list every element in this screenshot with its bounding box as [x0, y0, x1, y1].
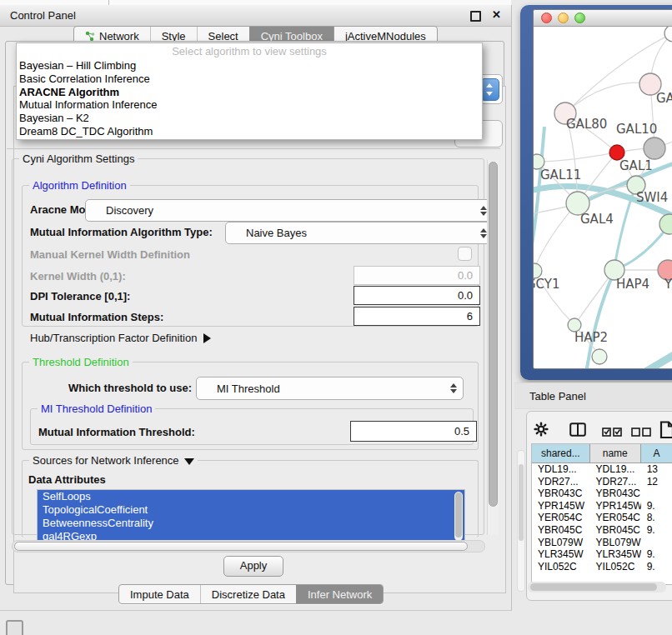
which-threshold-combo[interactable]: MI Threshold	[196, 377, 464, 400]
column-header-3[interactable]: A	[641, 444, 672, 462]
float-window-icon[interactable]	[470, 11, 481, 22]
column-header-2[interactable]: name	[590, 444, 641, 462]
algorithm-option[interactable]: Dream8 DC_TDC Algorithm	[17, 125, 482, 138]
table-cell: YER054C	[590, 512, 641, 524]
combo-value: MI Threshold	[217, 382, 280, 395]
algorithm-option[interactable]: Bayesian – Hill Climbing	[17, 59, 482, 72]
close-traffic-light-icon[interactable]	[541, 12, 552, 23]
table-cell: YBL079W	[590, 537, 641, 549]
scrollbar-thumb[interactable]	[519, 464, 524, 541]
network-edge	[565, 82, 650, 113]
table-row[interactable]: YDL19...YDL19...13	[532, 463, 672, 476]
hub-section-toggle[interactable]: Hub/Transcription Factor Definition	[30, 332, 211, 344]
table-row[interactable]: YLR345WYLR345W9.	[532, 548, 672, 561]
combo-spinner-focused[interactable]	[480, 78, 499, 101]
data-attributes-label: Data Attributes	[28, 473, 106, 486]
algorithm-option[interactable]: ARACNE Algorithm	[17, 86, 482, 99]
apply-button[interactable]: Apply	[223, 556, 283, 577]
tab-infer-network[interactable]: Infer Network	[296, 585, 383, 603]
tab-impute-data[interactable]: Impute Data	[119, 585, 200, 603]
table-cell: YBR045C	[532, 524, 590, 537]
mi-threshold-field[interactable]: 0.5	[350, 421, 477, 442]
scrollbar-thumb[interactable]	[455, 492, 462, 538]
network-node[interactable]	[592, 349, 607, 364]
stepper-arrows-icon[interactable]	[450, 383, 457, 393]
data-attribute-item[interactable]: BetweennessCentrality	[38, 517, 464, 530]
algorithm-option[interactable]: Basic Correlation Inference	[17, 72, 482, 86]
data-attribute-item[interactable]: TopologicalCoefficient	[38, 503, 464, 517]
tab-label: Infer Network	[308, 588, 372, 601]
table-row[interactable]: YIL052CYIL052C9.	[532, 561, 672, 573]
table-cell: YBL079W	[532, 537, 590, 549]
table-cell: YPR145W	[590, 500, 641, 512]
network-node[interactable]	[664, 27, 672, 42]
network-node[interactable]	[659, 214, 672, 234]
manual-kernel-checkbox[interactable]	[458, 247, 472, 261]
tab-discretize-data[interactable]: Discretize Data	[200, 585, 296, 603]
table-cell: YDL19...	[532, 463, 590, 476]
table-header-row: shared...nameA	[532, 444, 672, 463]
table-cell: YER054C	[532, 512, 590, 524]
group-title: Cyni Algorithm Settings	[19, 152, 138, 165]
panel-title: Control Panel	[10, 9, 76, 22]
network-node-gal10[interactable]	[644, 138, 665, 159]
table-cell: YIL052C	[532, 561, 590, 573]
table-horizontal-scrollbar[interactable]	[528, 582, 666, 592]
table-row[interactable]: YPR145WYPR145W9.	[532, 500, 672, 512]
table-cell: YBR043C	[532, 488, 590, 500]
network-window-titlebar[interactable]	[534, 10, 672, 27]
settings-horizontal-scrollbar[interactable]	[12, 540, 485, 552]
split-pane-icon[interactable]	[569, 422, 586, 440]
data-attribute-item[interactable]: SelfLoops	[38, 490, 464, 503]
scrollbar-thumb[interactable]	[14, 542, 468, 551]
table-row[interactable]: YBR043CYBR043C	[532, 488, 672, 500]
zoom-traffic-light-icon[interactable]	[574, 12, 585, 23]
algorithm-option[interactable]: Bayesian – K2	[17, 112, 482, 125]
deselect-all-checkboxes-icon[interactable]	[631, 425, 651, 440]
mi-type-combo[interactable]: Naive Bayes	[225, 222, 494, 244]
gear-icon[interactable]	[534, 422, 549, 440]
algorithm-option[interactable]: Mutual Information Inference	[17, 98, 482, 112]
stepper-arrows-icon[interactable]	[480, 206, 487, 216]
settings-vertical-scrollbar[interactable]	[487, 160, 499, 535]
network-view-frame[interactable]: GALGAL80GAL10GAL11GAL1SWI4GAL4GCY1HAP4YH…	[520, 5, 672, 380]
manual-kernel-label: Manual Kernel Width Definition	[30, 248, 190, 261]
stepper-arrows-icon[interactable]	[480, 228, 487, 238]
dpi-tolerance-label: DPI Tolerance [0,1]:	[30, 290, 130, 302]
group-title: MI Threshold Definition	[38, 402, 155, 415]
document-icon[interactable]	[659, 421, 672, 442]
scrollbar-thumb[interactable]	[530, 583, 657, 591]
table-cell: 13	[641, 463, 672, 476]
collapsed-panel-icon[interactable]	[6, 620, 23, 635]
table-vertical-scrollbar[interactable]	[517, 450, 525, 592]
network-canvas[interactable]: GALGAL80GAL10GAL11GAL1SWI4GAL4GCY1HAP4YH…	[534, 27, 672, 368]
table-row[interactable]: YBL079WYBL079W	[532, 537, 672, 549]
kernel-width-label: Kernel Width (0,1):	[30, 270, 126, 282]
dpi-tolerance-field[interactable]: 0.0	[354, 286, 480, 305]
minimize-traffic-light-icon[interactable]	[558, 12, 569, 23]
select-all-checkboxes-icon[interactable]	[602, 425, 622, 440]
node-label-gcy1: GCY1	[534, 277, 560, 292]
close-icon[interactable]: ✕	[492, 8, 501, 21]
column-header-1[interactable]: shared...	[532, 444, 590, 462]
kernel-width-field[interactable]: 0.0	[354, 266, 480, 285]
mi-steps-label: Mutual Information Steps:	[30, 311, 163, 323]
list-vertical-scrollbar[interactable]	[454, 492, 463, 541]
table-row[interactable]: YBR045CYBR045C9.	[532, 524, 672, 537]
collapsed-arrow-icon[interactable]	[203, 333, 211, 343]
table-cell: YDR27...	[532, 476, 590, 488]
popup-placeholder: Select algorithm to view settings	[17, 43, 482, 59]
sources-title: Sources for Network Inference	[33, 454, 179, 467]
aracne-mode-combo[interactable]: Discovery	[85, 199, 494, 222]
node-label-gal4: GAL4	[580, 212, 614, 227]
table-row[interactable]: YDR27...YDR27...12	[532, 476, 672, 488]
table-row[interactable]: YER054CYER054C8.	[532, 512, 672, 524]
expanded-arrow-icon[interactable]	[184, 458, 194, 465]
hidden-group-border	[7, 148, 500, 149]
table-cell: 12	[641, 476, 672, 488]
scrollbar-thumb[interactable]	[489, 162, 498, 507]
mi-steps-field[interactable]: 6	[354, 307, 480, 326]
hub-section-label: Hub/Transcription Factor Definition	[30, 332, 197, 344]
sources-group-toggle[interactable]: Sources for Network Inference	[29, 454, 198, 467]
data-attributes-list[interactable]: SelfLoopsTopologicalCoefficientBetweenne…	[37, 489, 465, 543]
